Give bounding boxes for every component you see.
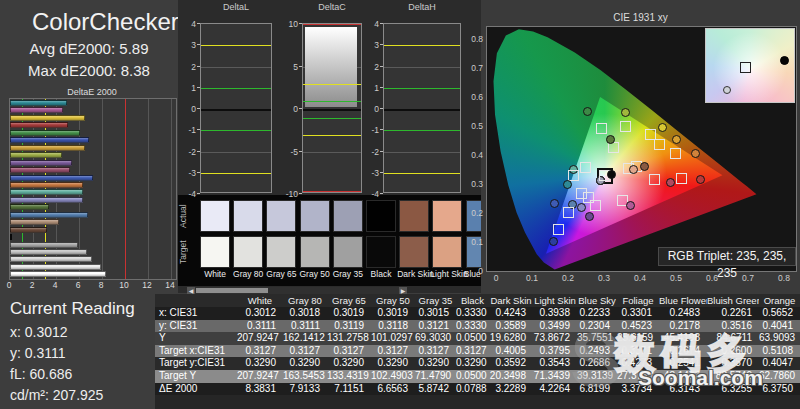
table-cell: 0.3127: [456, 345, 489, 358]
deltae-bar-bluish-green: [10, 189, 83, 195]
table-cell: 0.3290: [237, 357, 283, 370]
swatch-label: Gray 35: [331, 269, 365, 279]
gridline: [201, 67, 271, 68]
table-cell: 207.9247: [237, 370, 283, 383]
whitepoint-inset: [705, 28, 795, 103]
actual-swatch-gray-65: [266, 200, 296, 232]
table-cell: 0.3111: [237, 320, 283, 333]
current-reading-title: Current Reading: [10, 299, 135, 319]
tick-mark: [299, 66, 302, 67]
table-cell: 8.3831: [237, 383, 283, 396]
tick-mark: [299, 108, 302, 109]
reference-line-yellow: [201, 45, 271, 46]
table-cell: 0.3371: [617, 345, 659, 358]
table-cell: 0.2686: [577, 357, 617, 370]
table-cell: 0.2233: [577, 307, 617, 320]
axis-tick-label: -2: [180, 147, 196, 157]
tick-mark: [380, 87, 383, 88]
deltae-bar-blue: [10, 137, 89, 143]
table-row: Target y:CIE310.32900.32900.32900.32900.…: [155, 357, 800, 370]
column-header: White: [237, 294, 283, 307]
current-reading-line: y: 0.3111: [10, 345, 66, 361]
deltae-bar-yellow-green: [10, 152, 62, 158]
table-cell: 0.3589: [489, 320, 533, 333]
table-cell: 0.3118: [371, 320, 415, 333]
max-de2000-readout: Max dE2000: 8.38: [0, 62, 178, 79]
axis-tick-label: 12: [139, 280, 155, 290]
table-cell: 0.3127: [237, 345, 283, 358]
swatch-label: Gray 80: [231, 269, 265, 279]
tick-mark: [197, 172, 200, 173]
axis-tick-label: -3: [180, 168, 196, 178]
table-cell: 0.3111: [283, 320, 327, 333]
table-cell: 0.2600: [707, 345, 759, 358]
scrollbar-thumb[interactable]: [196, 288, 268, 293]
scroll-right-icon[interactable]: ▶: [399, 287, 407, 294]
swatch-scrollbar[interactable]: ◀ ▶: [187, 287, 407, 294]
table-cell: 0.2493: [577, 345, 617, 358]
target-swatch-gray-50: [300, 236, 330, 268]
actual-swatch-light-skin: [432, 200, 462, 232]
deltae-bar-gray-35: [10, 242, 78, 248]
reference-line-red: [303, 191, 361, 192]
table-cell: 84.6711: [707, 332, 759, 345]
table-cell: 62.7860: [759, 370, 800, 383]
row-label: Target Y: [155, 370, 241, 383]
axis-tick-label: 2: [363, 62, 379, 72]
axis-tick-label: 2: [180, 62, 196, 72]
avg-de2000-readout: Avg dE2000: 5.89: [0, 40, 178, 57]
reference-line: [125, 99, 126, 279]
column-header: Black: [456, 294, 489, 307]
table-cell: 0.3570: [707, 357, 759, 370]
cie-target-red: [676, 173, 687, 184]
deltae-bar-orange: [10, 182, 83, 188]
gridline: [201, 152, 271, 153]
table-cell: 0.4041: [759, 320, 800, 333]
table-cell: 0.3015: [415, 307, 456, 320]
tick-mark: [197, 108, 200, 109]
table-cell: 0.3012: [237, 307, 283, 320]
reference-line-yellow: [384, 173, 460, 174]
tick-mark: [380, 193, 383, 194]
deltae-bar-magenta: [10, 107, 63, 113]
measurement-table: WhiteGray 80Gray 65Gray 50Gray 35BlackDa…: [155, 294, 800, 409]
row-label: Target y:CIE31: [155, 357, 241, 370]
axis-tick-label: 2: [24, 280, 40, 290]
column-header: Gray 35: [415, 294, 456, 307]
tick-mark: [299, 151, 302, 152]
deltae-bar-white: [10, 271, 106, 277]
axis-tick-label: -5: [282, 147, 298, 157]
tick-mark: [197, 66, 200, 67]
table-cell: 0.3795: [533, 345, 577, 358]
scroll-left-icon[interactable]: ◀: [187, 287, 195, 294]
table-cell: 207.9247: [237, 332, 283, 345]
current-reading-line: x: 0.3012: [10, 324, 68, 340]
reference-line-green: [303, 118, 361, 119]
mini-chart-deltac: [302, 23, 362, 193]
table-cell: 0.3592: [489, 357, 533, 370]
table-row: Y207.9247162.1412131.2758101.029769.3030…: [155, 332, 800, 345]
deltae-bar-green: [10, 130, 80, 136]
page-title: ColorChecker: [32, 8, 179, 36]
axis-tick-label: 14: [162, 280, 178, 290]
tick-mark: [197, 193, 200, 194]
swatch-row-label: Target: [178, 236, 190, 268]
row-label: y: CIE31: [155, 320, 241, 333]
table-cell: 0.2541: [659, 357, 707, 370]
table-cell: 0.3290: [415, 357, 456, 370]
axis-tick-label: -4: [180, 189, 196, 199]
axis-tick-label: 4: [180, 19, 196, 29]
cie-target-moderate-red: [649, 174, 660, 185]
axis-tick-label: -1: [180, 125, 196, 135]
table-cell: 0.2483: [659, 307, 707, 320]
axis-tick-label: 0: [282, 104, 298, 114]
cie-target-cyan: [568, 170, 579, 181]
axis-tick-label: 3: [363, 40, 379, 50]
column-header: Dark Skin: [489, 294, 533, 307]
table-header-row: WhiteGray 80Gray 65Gray 50Gray 35BlackDa…: [155, 294, 800, 307]
table-cell: 3.3734: [617, 383, 659, 396]
table-cell: 0.5108: [759, 345, 800, 358]
table-cell: 6.3255: [707, 383, 759, 396]
mini-chart-deltah: [383, 23, 461, 193]
cie-measured-blue: [549, 237, 558, 246]
